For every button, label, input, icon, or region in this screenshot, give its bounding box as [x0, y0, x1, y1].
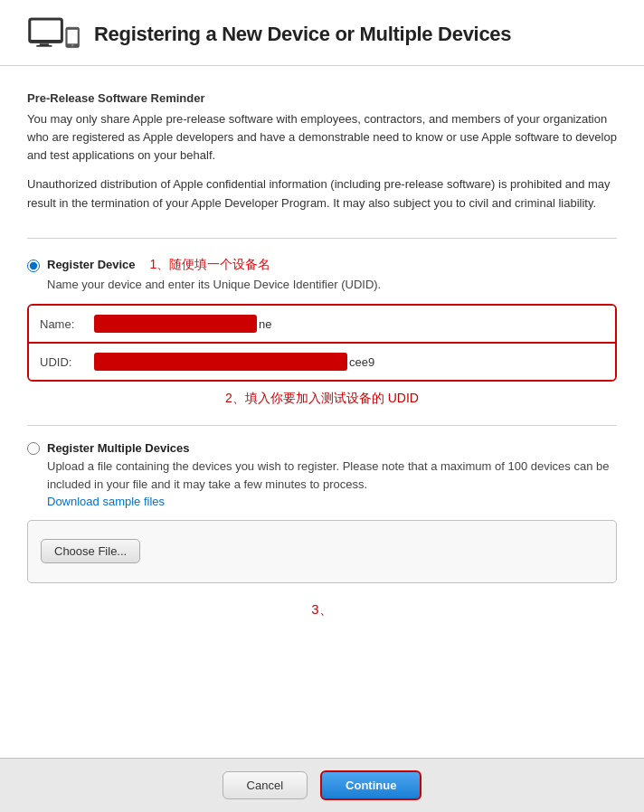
- register-device-label: Register Device: [47, 258, 136, 271]
- main-content: Pre-Release Software Reminder You may on…: [0, 66, 644, 709]
- register-device-section: Register Device 1、随便填一个设备名 Name your dev…: [27, 257, 617, 408]
- register-multiple-section: Register Multiple Devices Upload a file …: [27, 440, 617, 583]
- page-header: Registering a New Device or Multiple Dev…: [0, 0, 644, 66]
- register-multiple-sublabel: Upload a file containing the devices you…: [47, 458, 617, 511]
- register-multiple-header: Register Multiple Devices: [27, 440, 617, 455]
- reminder-title: Pre-Release Software Reminder: [27, 91, 617, 105]
- section-divider-mid: [27, 425, 617, 426]
- choose-file-button[interactable]: Choose File...: [41, 539, 140, 563]
- page-title: Registering a New Device or Multiple Dev…: [94, 23, 511, 46]
- name-field-row: Name: ne: [29, 306, 615, 344]
- file-upload-area: Choose File...: [27, 520, 617, 583]
- annotation-2: 2、填入你要加入测试设备的 UDID: [27, 391, 617, 407]
- udid-label: UDID:: [40, 355, 94, 369]
- register-multiple-radio[interactable]: [27, 442, 40, 455]
- reminder-para1: You may only share Apple pre-release sof…: [27, 110, 617, 165]
- register-multiple-label: Register Multiple Devices: [47, 441, 190, 455]
- svg-rect-1: [31, 21, 61, 40]
- register-device-header: Register Device 1、随便填一个设备名: [27, 257, 617, 273]
- download-sample-link[interactable]: Download sample files: [47, 495, 165, 508]
- register-device-radio[interactable]: [27, 260, 40, 272]
- udid-field-row: UDID: cee9: [29, 344, 615, 380]
- name-suffix: ne: [259, 317, 271, 331]
- section-divider-top: [27, 238, 617, 239]
- footer-bar: Cancel Continue: [0, 758, 644, 812]
- name-label: Name:: [40, 317, 94, 331]
- udid-suffix: cee9: [349, 355, 374, 369]
- register-device-sublabel: Name your device and enter its Unique De…: [47, 276, 617, 294]
- reminder-section: Pre-Release Software Reminder You may on…: [27, 91, 617, 212]
- cancel-button[interactable]: Cancel: [223, 771, 308, 799]
- svg-rect-3: [36, 45, 52, 47]
- device-form-fields: Name: ne UDID: cee9: [27, 304, 617, 382]
- device-icon: [27, 16, 81, 52]
- svg-rect-5: [68, 30, 78, 43]
- annotation-3: 3、: [27, 601, 617, 618]
- name-input-wrapper: ne: [94, 315, 604, 333]
- udid-input-wrapper: cee9: [94, 353, 604, 371]
- reminder-para2: Unauthorized distribution of Apple confi…: [27, 175, 617, 212]
- name-redact-block: [94, 315, 257, 333]
- udid-redact-block: [94, 353, 347, 371]
- annotation-1: 1、随便填一个设备名: [150, 257, 271, 273]
- continue-button[interactable]: Continue: [320, 770, 421, 800]
- svg-point-6: [71, 44, 74, 47]
